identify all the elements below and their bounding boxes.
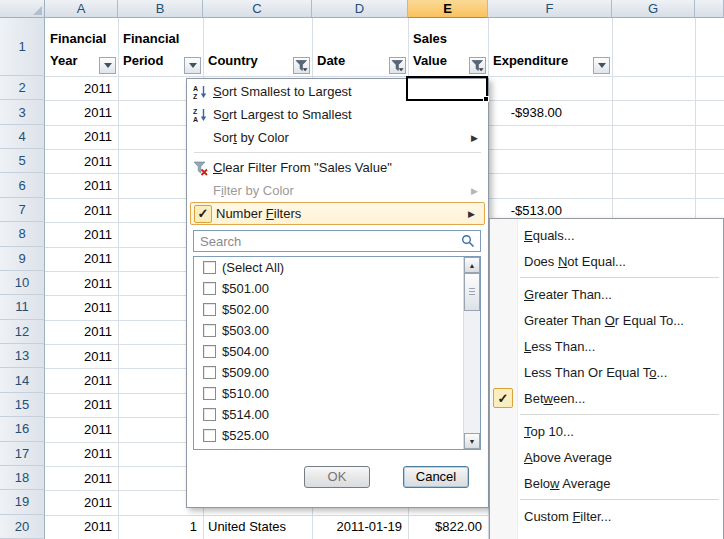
checkbox[interactable] (203, 324, 216, 337)
list-item[interactable]: $514.00 (194, 404, 480, 425)
grid-cell[interactable]: 2011 (49, 250, 112, 267)
list-item[interactable]: $501.00 (194, 278, 480, 299)
submenu-item[interactable]: Top 10... (490, 418, 723, 444)
scrollbar-thumb[interactable] (464, 273, 480, 311)
filter-button-D[interactable] (389, 57, 406, 74)
grid-cell[interactable]: 2011 (49, 494, 112, 511)
list-item[interactable]: (Select All) (194, 257, 480, 278)
menu-item[interactable]: Sort by Color▶ (188, 126, 487, 149)
row-header-8[interactable]: 8 (0, 222, 45, 246)
row-header-3[interactable]: 3 (0, 100, 45, 124)
row-header-15[interactable]: 15 (0, 393, 45, 417)
search-icon[interactable] (461, 234, 475, 251)
scroll-down-button[interactable]: ▼ (464, 433, 480, 449)
row-header-7[interactable]: 7 (0, 198, 45, 222)
grid-cell[interactable]: 2011 (49, 202, 112, 219)
row-header-11[interactable]: 11 (0, 295, 45, 319)
column-header-E[interactable]: E (408, 0, 488, 18)
column-header-C[interactable]: C (203, 0, 312, 18)
menu-item[interactable]: ZASort Largest to Smallest (188, 103, 487, 126)
filter-button-C[interactable] (293, 57, 310, 74)
submenu-item[interactable]: ✓Between... (490, 385, 723, 411)
filter-button-F[interactable] (593, 57, 610, 74)
submenu-item[interactable]: Custom Filter... (490, 503, 723, 529)
scrollbar[interactable]: ▲ ▼ (463, 257, 480, 449)
filter-button-A[interactable] (99, 57, 116, 74)
row-header-2[interactable]: 2 (0, 76, 45, 100)
grid-cell[interactable]: -$938.00 (492, 104, 562, 121)
list-item[interactable]: $503.00 (194, 320, 480, 341)
column-header-F[interactable]: F (488, 0, 612, 18)
submenu-item[interactable]: Less Than Or Equal To... (490, 359, 723, 385)
grid-cell[interactable]: 2011 (49, 421, 112, 438)
submenu-item[interactable]: Greater Than Or Equal To... (490, 307, 723, 333)
column-header-G[interactable]: G (612, 0, 695, 18)
submenu-item[interactable]: Below Average (490, 470, 723, 496)
grid-cell[interactable]: 1 (122, 518, 197, 535)
row-header-10[interactable]: 10 (0, 271, 45, 295)
grid-cell[interactable]: -$513.00 (492, 202, 562, 219)
grid-cell[interactable]: United States (208, 518, 307, 535)
checkbox[interactable] (203, 366, 216, 379)
search-input[interactable] (193, 230, 481, 252)
submenu-item[interactable]: Does Not Equal... (490, 248, 723, 274)
grid-cell[interactable]: 2011 (49, 396, 112, 413)
checkbox[interactable] (203, 408, 216, 421)
grid-cell[interactable]: $822.00 (412, 518, 482, 535)
menu-item[interactable]: ✓Number Filters▶ (190, 202, 485, 225)
grid-cell[interactable]: 2011-01-19 (316, 518, 402, 535)
column-header-A[interactable]: A (45, 0, 118, 18)
row-header-19[interactable]: 19 (0, 490, 45, 514)
menu-item[interactable]: Clear Filter From "Sales Value" (188, 156, 487, 179)
column-header-B[interactable]: B (118, 0, 203, 18)
checkbox[interactable] (203, 282, 216, 295)
grid-cell[interactable]: 2011 (49, 372, 112, 389)
grid-cell[interactable]: 2011 (49, 104, 112, 121)
grid-cell[interactable]: 2011 (49, 323, 112, 340)
list-item[interactable]: $525.00 (194, 425, 480, 446)
row-header-12[interactable]: 12 (0, 320, 45, 344)
filter-button-B[interactable] (184, 57, 201, 74)
select-all-corner[interactable] (0, 0, 45, 18)
grid-cell[interactable]: 2011 (49, 470, 112, 487)
row-header-13[interactable]: 13 (0, 344, 45, 368)
menu-item[interactable]: Filter by Color▶ (188, 179, 487, 202)
submenu-item[interactable]: Above Average (490, 444, 723, 470)
grid-cell[interactable]: 2011 (49, 348, 112, 365)
checkbox[interactable] (203, 387, 216, 400)
header-cell-F[interactable]: Expenditure (493, 18, 607, 76)
grid-cell[interactable]: 2011 (49, 445, 112, 462)
cancel-button[interactable]: Cancel (403, 466, 469, 488)
checkbox[interactable] (203, 303, 216, 316)
grid-cell[interactable]: 2011 (49, 275, 112, 292)
column-header-partial[interactable] (695, 0, 724, 18)
checkbox[interactable] (203, 345, 216, 358)
row-header-6[interactable]: 6 (0, 173, 45, 197)
grid-cell[interactable]: 2011 (49, 128, 112, 145)
grid-cell[interactable]: 2011 (49, 518, 112, 535)
grid-cell[interactable]: 2011 (49, 153, 112, 170)
row-header-9[interactable]: 9 (0, 247, 45, 271)
row-header-16[interactable]: 16 (0, 417, 45, 441)
column-header-D[interactable]: D (312, 0, 408, 18)
grid-cell[interactable]: 2011 (49, 299, 112, 316)
row-header-18[interactable]: 18 (0, 466, 45, 490)
grid-cell[interactable]: 2011 (49, 177, 112, 194)
checkbox[interactable] (203, 261, 216, 274)
submenu-item[interactable]: Greater Than... (490, 281, 723, 307)
row-header-5[interactable]: 5 (0, 149, 45, 173)
row-header-4[interactable]: 4 (0, 125, 45, 149)
grid-cell[interactable]: 2011 (49, 80, 112, 97)
row-header-14[interactable]: 14 (0, 368, 45, 392)
submenu-item[interactable]: Less Than... (490, 333, 723, 359)
row-header-20[interactable]: 20 (0, 515, 45, 539)
filter-button-E[interactable] (469, 57, 486, 74)
list-item[interactable]: $502.00 (194, 299, 480, 320)
submenu-item[interactable]: Equals... (490, 222, 723, 248)
list-item[interactable]: $509.00 (194, 362, 480, 383)
row-header-1[interactable]: 1 (0, 18, 45, 76)
scroll-up-button[interactable]: ▲ (464, 257, 480, 273)
row-header-17[interactable]: 17 (0, 442, 45, 466)
list-item[interactable]: $510.00 (194, 383, 480, 404)
list-item[interactable]: $504.00 (194, 341, 480, 362)
